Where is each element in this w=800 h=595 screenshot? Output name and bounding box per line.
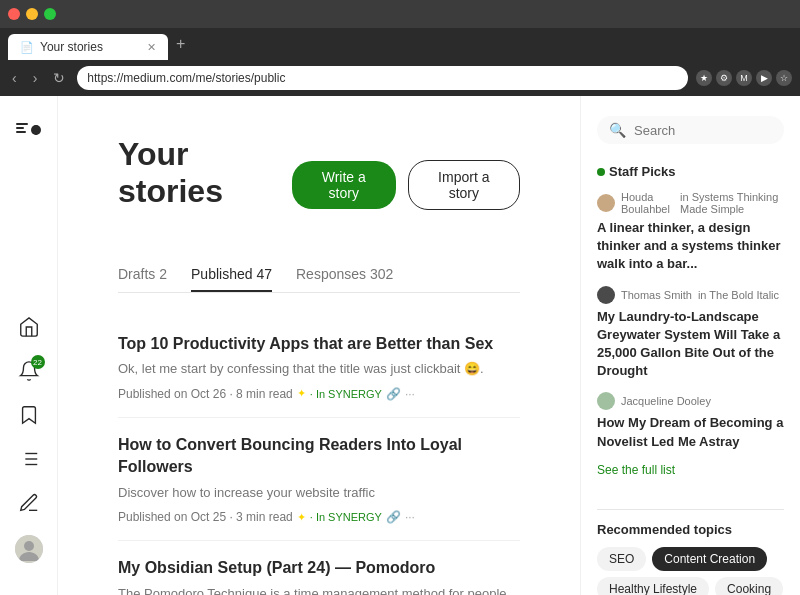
sidebar-notifications-icon[interactable]: 22 (17, 359, 41, 383)
sidebar-edit-icon[interactable] (17, 491, 41, 515)
story-meta-row: Published on Oct 26 · 8 min read ✦ · In … (118, 387, 520, 401)
rec-topics-title: Recommended topics (597, 522, 784, 537)
story-link-icon[interactable]: 🔗 (386, 510, 401, 524)
topic-tag[interactable]: Cooking (715, 577, 783, 595)
url-text: https://medium.com/me/stories/public (87, 71, 285, 85)
recommended-topics: Recommended topics SEOContent CreationHe… (597, 522, 784, 595)
app-layout: 22 Your stories Write a story Import a s… (0, 96, 800, 595)
write-story-button[interactable]: Write a story (292, 161, 396, 209)
story-meta-row: Published on Oct 25 · 3 min read ✦ · In … (118, 510, 520, 524)
story-date: Published on Oct 26 · 8 min read (118, 387, 293, 401)
topics-grid: SEOContent CreationHealthy LifestyleCook… (597, 547, 784, 595)
ext-icon-2[interactable]: ⚙ (716, 70, 732, 86)
tab-drafts[interactable]: Drafts 2 (118, 258, 167, 292)
boost-icon: ✦ (297, 511, 306, 524)
author-avatar-1 (597, 194, 615, 212)
ext-icon-1[interactable]: ★ (696, 70, 712, 86)
ext-icon-4[interactable]: ▶ (756, 70, 772, 86)
staff-pick-item-3: Jacqueline Dooley How My Dream of Becomi… (597, 392, 784, 450)
story-date: Published on Oct 25 · 3 min read (118, 510, 293, 524)
search-box[interactable]: 🔍 (597, 116, 784, 144)
topic-tag[interactable]: Content Creation (652, 547, 767, 571)
staff-pick-author-1: Houda Boulahbel in Systems Thinking Made… (597, 191, 784, 215)
import-story-button[interactable]: Import a story (408, 160, 520, 210)
browser-chrome (0, 0, 800, 28)
author-avatar-2 (597, 286, 615, 304)
staff-picks-dot (597, 168, 605, 176)
story-publication[interactable]: · In SYNERGY (310, 511, 382, 523)
staff-pick-author-2: Thomas Smith in The Bold Italic (597, 286, 784, 304)
tab-title: Your stories (40, 40, 103, 54)
back-button[interactable]: ‹ (8, 68, 21, 88)
new-tab-button[interactable]: + (168, 29, 193, 59)
browser-extension-icons: ★ ⚙ M ▶ ☆ (696, 70, 792, 86)
staff-pick-title-3[interactable]: How My Dream of Becoming a Novelist Led … (597, 414, 784, 450)
url-bar[interactable]: https://medium.com/me/stories/public (77, 66, 688, 90)
author-avatar-3 (597, 392, 615, 410)
staff-pick-title-2[interactable]: My Laundry-to-Landscape Greywater System… (597, 308, 784, 381)
story-item: How to Convert Bouncing Readers Into Loy… (118, 418, 520, 541)
story-excerpt: The Pomodoro Technique is a time managem… (118, 584, 520, 595)
tab-close-btn[interactable]: ✕ (147, 41, 156, 54)
ext-icon-3[interactable]: M (736, 70, 752, 86)
see-full-list-link[interactable]: See the full list (597, 463, 784, 477)
sidebar-list-icon[interactable] (17, 447, 41, 471)
story-title[interactable]: How to Convert Bouncing Readers Into Loy… (118, 434, 520, 479)
boost-icon: ✦ (297, 387, 306, 400)
story-title[interactable]: Top 10 Productivity Apps that are Better… (118, 333, 520, 355)
svg-rect-1 (16, 127, 24, 129)
search-input[interactable] (634, 123, 800, 138)
staff-pick-title-1[interactable]: A linear thinker, a design thinker and a… (597, 219, 784, 274)
header-actions: Write a story Import a story (292, 160, 520, 210)
staff-picks-title: Staff Picks (609, 164, 675, 179)
story-link-icon[interactable]: 🔗 (386, 387, 401, 401)
staff-pick-item-1: Houda Boulahbel in Systems Thinking Made… (597, 191, 784, 274)
svg-point-4 (33, 125, 39, 135)
topic-tag[interactable]: SEO (597, 547, 646, 571)
page-header: Your stories Write a story Import a stor… (118, 136, 520, 234)
user-avatar[interactable] (15, 535, 43, 563)
right-sidebar: 🔍 Staff Picks Houda Boulahbel in Systems… (580, 96, 800, 595)
story-excerpt: Ok, let me start by confessing that the … (118, 359, 520, 379)
sidebar-bookmark-icon[interactable] (17, 403, 41, 427)
page-title: Your stories (118, 136, 292, 210)
story-item: My Obsidian Setup (Part 24) — Pomodoro T… (118, 541, 520, 595)
topic-tag[interactable]: Healthy Lifestyle (597, 577, 709, 595)
staff-pick-item-2: Thomas Smith in The Bold Italic My Laund… (597, 286, 784, 381)
browser-tab[interactable]: 📄 Your stories ✕ (8, 34, 168, 60)
tab-bar: 📄 Your stories ✕ + (0, 28, 800, 60)
forward-button[interactable]: › (29, 68, 42, 88)
notification-count: 22 (31, 355, 45, 369)
left-sidebar: 22 (0, 96, 58, 595)
medium-logo[interactable] (11, 112, 47, 148)
story-item: Top 10 Productivity Apps that are Better… (118, 317, 520, 418)
svg-rect-2 (16, 131, 26, 133)
svg-rect-0 (16, 123, 28, 125)
staff-picks-section: Staff Picks Houda Boulahbel in Systems T… (597, 164, 784, 510)
tab-responses[interactable]: Responses 302 (296, 258, 393, 292)
story-excerpt: Discover how to increase your website tr… (118, 483, 520, 503)
story-title[interactable]: My Obsidian Setup (Part 24) — Pomodoro (118, 557, 520, 579)
sidebar-home-icon[interactable] (17, 315, 41, 339)
story-more-icon[interactable]: ··· (405, 387, 415, 401)
staff-pick-author-3: Jacqueline Dooley (597, 392, 784, 410)
story-publication[interactable]: · In SYNERGY (310, 388, 382, 400)
stories-list: Top 10 Productivity Apps that are Better… (118, 317, 520, 595)
main-content: Your stories Write a story Import a stor… (58, 96, 580, 595)
tab-published[interactable]: Published 47 (191, 258, 272, 292)
ext-icon-5[interactable]: ☆ (776, 70, 792, 86)
svg-point-12 (24, 541, 34, 551)
reload-button[interactable]: ↻ (49, 68, 69, 88)
story-meta: Published on Oct 26 · 8 min read ✦ · In … (118, 387, 415, 401)
address-bar: ‹ › ↻ https://medium.com/me/stories/publ… (0, 60, 800, 96)
story-tabs: Drafts 2 Published 47 Responses 302 (118, 258, 520, 293)
story-more-icon[interactable]: ··· (405, 510, 415, 524)
search-icon: 🔍 (609, 122, 626, 138)
story-meta: Published on Oct 25 · 3 min read ✦ · In … (118, 510, 415, 524)
